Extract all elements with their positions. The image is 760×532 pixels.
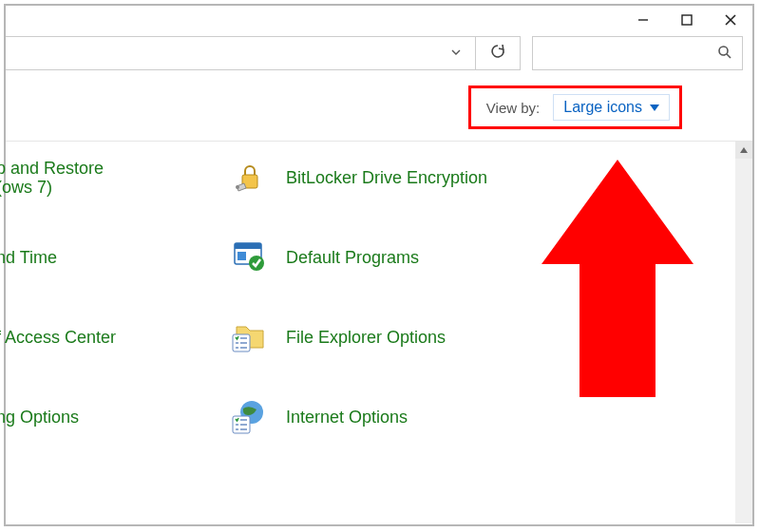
- control-panel-item-indexing[interactable]: ng Options: [0, 396, 186, 438]
- control-panel-item-bitlocker[interactable]: BitLocker Drive Encryption: [229, 157, 609, 199]
- search-box[interactable]: [532, 36, 743, 70]
- address-dropdown-button[interactable]: [436, 37, 475, 69]
- control-panel-item-backup-restore[interactable]: p and Restore(ows 7): [0, 157, 186, 199]
- item-label: Default Programs: [286, 247, 419, 268]
- address-bar[interactable]: [6, 36, 521, 70]
- item-label: Internet Options: [286, 407, 408, 428]
- refresh-icon: [489, 43, 506, 64]
- item-label: File Explorer Options: [286, 327, 446, 348]
- file-explorer-options-icon: [231, 317, 269, 358]
- scroll-up-button[interactable]: [735, 142, 752, 159]
- svg-marker-7: [740, 147, 748, 153]
- item-label: ng Options: [0, 407, 79, 428]
- svg-rect-1: [682, 15, 692, 25]
- svg-rect-11: [235, 243, 261, 249]
- view-by-value: Large icons: [563, 99, 642, 116]
- item-label: BitLocker Drive Encryption: [286, 167, 487, 188]
- search-icon: [717, 45, 732, 63]
- default-programs-icon: [231, 238, 269, 278]
- control-panel-item-internet-options[interactable]: Internet Options: [229, 396, 609, 438]
- vertical-scrollbar[interactable]: [735, 142, 752, 523]
- item-label: p and Restore(ows 7): [0, 159, 104, 197]
- minimize-button[interactable]: [621, 6, 665, 34]
- caret-down-icon: [650, 99, 659, 116]
- control-panel-item-ease-of-access[interactable]: f Access Center: [0, 316, 186, 358]
- maximize-button[interactable]: [665, 6, 709, 34]
- address-input[interactable]: [6, 37, 436, 69]
- item-label: nd Time: [0, 247, 57, 268]
- svg-point-4: [719, 47, 728, 55]
- control-panel-item-default-programs[interactable]: Default Programs: [229, 237, 609, 278]
- svg-line-5: [727, 54, 731, 58]
- bitlocker-icon: [231, 158, 269, 199]
- close-button[interactable]: [709, 6, 752, 34]
- control-panel-item-file-explorer-options[interactable]: File Explorer Options: [229, 316, 609, 358]
- chevron-down-icon: [450, 46, 462, 61]
- refresh-button[interactable]: [475, 37, 520, 69]
- svg-point-9: [236, 185, 239, 189]
- item-label: f Access Center: [0, 327, 116, 348]
- view-by-label: View by:: [486, 100, 540, 116]
- view-by-dropdown[interactable]: Large icons: [553, 94, 670, 121]
- svg-rect-12: [238, 252, 246, 260]
- internet-options-icon: [231, 397, 269, 438]
- view-by-highlight: View by: Large icons: [468, 86, 682, 129]
- control-panel-item-date-time[interactable]: nd Time: [0, 237, 186, 278]
- svg-marker-6: [650, 104, 659, 111]
